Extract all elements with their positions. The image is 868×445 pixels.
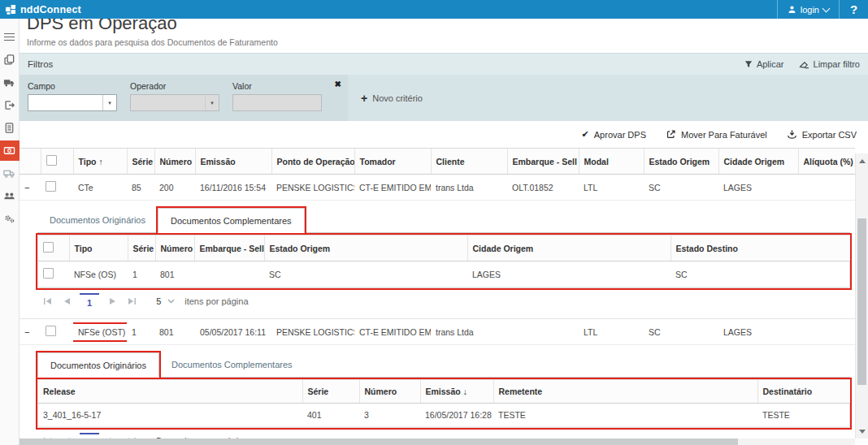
- valor-input[interactable]: [232, 94, 322, 111]
- apply-filter-button[interactable]: Aplicar: [744, 59, 784, 69]
- sidebar-item-transport[interactable]: [0, 72, 20, 93]
- detail1-tabstrip: Documentos Originários Documentos Comple…: [37, 208, 850, 233]
- grid-header-row: Tipo ↑ Série Número Emissão Ponto de Ope…: [20, 149, 855, 175]
- help-button[interactable]: ?: [839, 0, 868, 19]
- select-all-checkbox[interactable]: [43, 242, 54, 253]
- remove-criteria-button[interactable]: ✖: [335, 80, 341, 89]
- col-emissao[interactable]: Emissão ↓: [420, 380, 493, 404]
- select-all-header: [41, 149, 73, 175]
- tab-documentos-complementares-active[interactable]: Documentos Complementares: [158, 208, 305, 233]
- new-criteria-button[interactable]: + Novo critério: [361, 75, 423, 121]
- expand-column-header: [20, 149, 41, 175]
- approve-dps-button[interactable]: ✔ Aprovar DPS: [582, 129, 646, 140]
- pager-last-button[interactable]: [122, 292, 141, 310]
- row-checkbox[interactable]: [46, 181, 56, 192]
- hamburger-icon: [4, 31, 15, 42]
- chevron-down-icon[interactable]: ▾: [102, 95, 116, 110]
- col-release[interactable]: Release: [38, 380, 302, 404]
- col-remetente[interactable]: Remetente: [493, 380, 757, 404]
- sidebar-item-billing-active[interactable]: [0, 140, 20, 161]
- move-to-billable-button[interactable]: Mover Para Faturável: [666, 129, 767, 140]
- row-checkbox[interactable]: [46, 326, 56, 336]
- row-checkbox[interactable]: [43, 268, 54, 279]
- tab-documentos-complementares[interactable]: Documentos Complementares: [159, 352, 305, 377]
- cell-serie: 85: [127, 175, 154, 201]
- col-ponto[interactable]: Ponto de Operação: [271, 149, 354, 175]
- scroll-down-button[interactable]: [856, 426, 868, 437]
- sidebar-item-document[interactable]: [0, 118, 20, 138]
- check-icon: ✔: [582, 129, 589, 140]
- horizontal-scrollbar[interactable]: [20, 439, 855, 445]
- download-icon: [787, 129, 797, 140]
- sidebar-item-documents[interactable]: [0, 50, 20, 70]
- cell-cidade-origem: LAGES: [718, 175, 798, 201]
- col-embarque[interactable]: Embarque - Sell: [194, 235, 264, 261]
- cell-release: 3_401_16-5-17: [38, 404, 302, 427]
- select-all-header: [38, 235, 69, 261]
- export-csv-button[interactable]: Exportar CSV: [787, 129, 857, 140]
- scroll-up-icon: [859, 159, 866, 163]
- cell-cliente: trans Ltda: [431, 175, 507, 201]
- tab-documentos-originarios[interactable]: Documentos Originários: [37, 208, 158, 232]
- col-serie[interactable]: Série: [127, 149, 154, 175]
- col-cidade-origem[interactable]: Cidade Origem: [467, 235, 671, 261]
- pager-first-button[interactable]: [37, 292, 57, 310]
- page-size-label: itens por página: [184, 296, 248, 306]
- col-tipo[interactable]: Tipo: [69, 235, 128, 261]
- col-serie[interactable]: Série: [302, 380, 359, 404]
- clear-filter-button[interactable]: Limpar filtro: [799, 59, 860, 69]
- campo-select[interactable]: ▾: [28, 94, 117, 111]
- filters-title: Filtros: [28, 59, 53, 69]
- pager-page-1[interactable]: 1: [80, 293, 99, 309]
- sidebar-item-settings[interactable]: [0, 209, 20, 229]
- table-row-release[interactable]: 3_401_16-5-17 401 3 16/05/2017 16:28 TES…: [38, 404, 851, 427]
- document-icon: [3, 122, 15, 134]
- col-numero[interactable]: Número: [155, 235, 194, 261]
- scrollbar-thumb[interactable]: [857, 218, 866, 385]
- col-tipo[interactable]: Tipo ↑: [73, 149, 127, 175]
- col-cidade-origem[interactable]: Cidade Origem: [718, 149, 798, 175]
- operador-select[interactable]: ▾: [130, 94, 219, 111]
- col-emissao[interactable]: Emissão: [195, 149, 271, 175]
- table-row-nfse-os[interactable]: NFSe (OS) 1 801 SC LAGES SC: [38, 261, 851, 287]
- detail2-grid: Release Série Número Emissão ↓ Remetente…: [37, 379, 850, 428]
- menu-toggle-button[interactable]: [0, 27, 20, 47]
- col-estado-origem[interactable]: Estado Origem: [264, 235, 467, 261]
- col-embarque[interactable]: Embarque - Sell: [507, 149, 579, 175]
- col-numero[interactable]: Número: [359, 380, 420, 404]
- detail2-tabstrip: Documentos Originários Documentos Comple…: [37, 352, 850, 378]
- pager-prev-button[interactable]: [57, 292, 76, 310]
- collapse-row-button[interactable]: −: [24, 183, 29, 192]
- brand[interactable]: nddConnect: [0, 0, 81, 19]
- col-aliquota[interactable]: Alíquota (%): [798, 149, 855, 175]
- login-menu[interactable]: login: [777, 0, 839, 19]
- sidebar-item-users[interactable]: [0, 186, 20, 206]
- scroll-up-button[interactable]: [856, 155, 868, 166]
- col-estado-origem[interactable]: Estado Origem: [644, 149, 718, 175]
- sidebar-item-export[interactable]: [0, 95, 20, 115]
- dps-grid: Tipo ↑ Série Número Emissão Ponto de Ope…: [20, 148, 855, 445]
- login-label: login: [801, 5, 819, 15]
- vertical-scrollbar[interactable]: [855, 153, 868, 439]
- select-all-checkbox[interactable]: [46, 155, 57, 166]
- col-modal[interactable]: Modal: [579, 149, 644, 175]
- table-row-nfse-ost[interactable]: − NFSe (OST) 1 801 05/05/2017 16:11 PENS…: [20, 319, 855, 345]
- detail1-grid: Tipo Série Número Embarque - Sell Estado…: [37, 235, 850, 288]
- col-estado-destino[interactable]: Estado Destino: [671, 235, 851, 261]
- col-destinatario[interactable]: Destinatário: [757, 380, 851, 404]
- col-cliente[interactable]: Cliente: [431, 149, 507, 175]
- col-tomador[interactable]: Tomador: [354, 149, 431, 175]
- pager-next-icon: [110, 298, 115, 305]
- table-row-cte[interactable]: − CTe 85 200 16/11/2016 15:54 PENSKE LOG…: [20, 175, 855, 201]
- page-size-select[interactable]: 5: [156, 296, 175, 306]
- pager-next-button[interactable]: [102, 292, 122, 310]
- col-numero[interactable]: Número: [154, 149, 195, 175]
- tab-documentos-originarios-active[interactable]: Documentos Originários: [37, 352, 159, 378]
- sidebar-item-delivery[interactable]: [0, 163, 20, 184]
- money-icon: [3, 145, 15, 157]
- col-serie[interactable]: Série: [128, 235, 155, 261]
- collapse-row-button[interactable]: −: [24, 327, 29, 337]
- scrollbar-thumb[interactable]: [20, 439, 738, 445]
- funnel-icon: [744, 60, 753, 68]
- sort-desc-icon: ↓: [463, 387, 467, 396]
